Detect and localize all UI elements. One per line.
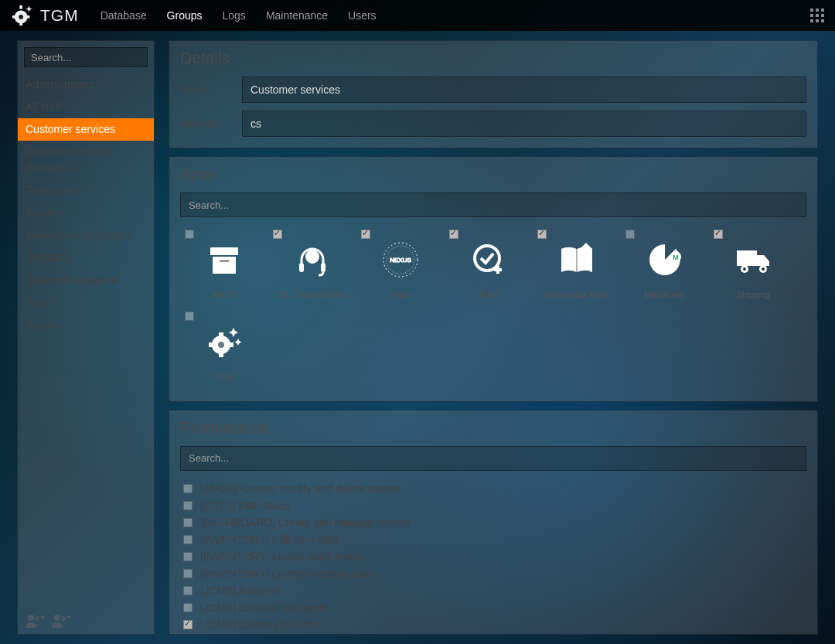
app-label: CS Troubleshooter	[277, 290, 348, 301]
permission-label: [INVENTORY] Query inventory data	[200, 567, 373, 580]
nav-groups[interactable]: Groups	[167, 9, 203, 22]
app-tile[interactable]: NEXUSNexus	[356, 227, 445, 308]
app-checkbox[interactable]	[185, 312, 194, 321]
details-panel: Details Name Identifier	[169, 40, 818, 148]
permission-checkbox[interactable]	[183, 484, 193, 493]
app-tile[interactable]: CS Troubleshooter	[268, 227, 356, 308]
app-tile[interactable]: TGM	[180, 308, 268, 390]
app-checkbox[interactable]	[537, 230, 547, 239]
svg-point-16	[28, 615, 34, 621]
permission-label: [JCMS] Channel managers	[200, 601, 330, 614]
app-tile[interactable]: Knowledge Base	[533, 227, 621, 308]
svg-rect-5	[12, 15, 16, 19]
name-input[interactable]	[242, 77, 806, 103]
apps-search-input[interactable]	[180, 193, 806, 217]
svg-point-39	[762, 267, 765, 271]
permissions-panel: Permissions [AMOS] Create, modify and de…	[169, 410, 818, 635]
group-item[interactable]: Channel managers	[18, 269, 154, 291]
permission-item: [JCMS] Create job cards	[180, 616, 806, 633]
svg-text:NEXUS: NEXUS	[390, 257, 411, 264]
permission-checkbox[interactable]	[183, 603, 193, 612]
permission-checkbox[interactable]	[183, 501, 193, 510]
permissions-heading: Permissions	[180, 418, 806, 437]
app-checkbox[interactable]	[273, 230, 282, 239]
permissions-list: [AMOS] Create, modify and delete assets[…	[180, 480, 806, 635]
group-item[interactable]: Pickers	[18, 202, 154, 224]
permission-label: [CSTS] Edit issues	[200, 499, 291, 512]
app-checkbox[interactable]	[714, 230, 723, 239]
svg-point-2	[19, 15, 23, 19]
app-label: Knowledge Base	[545, 290, 609, 301]
app-checkbox[interactable]	[361, 230, 370, 239]
permission-checkbox[interactable]	[183, 569, 193, 578]
app-checkbox[interactable]	[625, 230, 635, 239]
app-tile[interactable]: MManoEater	[621, 227, 709, 308]
svg-rect-13	[810, 19, 813, 22]
svg-rect-27	[321, 263, 325, 272]
svg-rect-14	[816, 19, 819, 22]
permission-item: [JCMS] Auctions	[180, 582, 806, 599]
svg-point-18	[54, 615, 60, 621]
svg-rect-22	[220, 260, 229, 262]
app-label: JCMS	[477, 290, 500, 301]
svg-rect-44	[209, 342, 213, 347]
groups-search-input[interactable]	[24, 47, 148, 67]
permissions-search-input[interactable]	[180, 446, 806, 471]
svg-point-17	[35, 616, 39, 621]
identifier-input[interactable]	[242, 111, 806, 137]
permission-item: [CSTS] Edit issues	[180, 497, 806, 514]
nav-users[interactable]: Users	[348, 9, 377, 22]
details-heading: Details	[180, 49, 806, 67]
permission-checkbox[interactable]	[183, 518, 193, 527]
svg-rect-26	[299, 263, 304, 272]
apps-grid-icon[interactable]	[810, 9, 824, 22]
app-label: TGM	[215, 372, 233, 383]
app-tile[interactable]: JCMS	[445, 227, 533, 308]
remove-group-icon[interactable]	[52, 614, 70, 628]
group-item[interactable]: Customer service managers	[18, 141, 154, 179]
permission-label: [AMOS] Create, modify and delete assets	[200, 482, 400, 495]
group-item[interactable]: All staff	[18, 96, 154, 118]
svg-rect-35	[737, 250, 757, 266]
permission-item: [INVENTORY] Modify stock levels	[180, 548, 806, 565]
nav-logs[interactable]: Logs	[223, 9, 246, 22]
permission-checkbox[interactable]	[183, 586, 193, 595]
svg-text:M: M	[673, 254, 679, 261]
group-item[interactable]: Warehouse managers	[18, 224, 154, 247]
app-tile[interactable]: AMOS	[180, 227, 268, 308]
group-item[interactable]: Parts	[18, 291, 154, 314]
svg-rect-43	[219, 353, 223, 357]
add-group-icon[interactable]	[26, 614, 44, 628]
permission-item: [AMOS] Create, modify and delete assets	[180, 480, 806, 497]
permission-item: [JCMS] Channel managers	[180, 599, 806, 616]
svg-rect-10	[810, 14, 813, 17]
group-item[interactable]: Dispatch	[18, 247, 154, 269]
svg-rect-3	[19, 5, 22, 9]
gear-sparkle-icon	[11, 4, 34, 27]
svg-point-31	[475, 246, 499, 271]
nav-maintenance[interactable]: Maintenance	[266, 9, 328, 22]
permission-checkbox[interactable]	[183, 552, 193, 561]
permission-label: [DASHBOARD] Create and manage notices	[200, 516, 411, 529]
group-item[interactable]: Assets	[18, 314, 154, 336]
svg-rect-42	[219, 332, 223, 337]
permission-label: [INVENTORY] Modify stock levels	[200, 550, 363, 563]
groups-sidebar: AdministratorsAll staffCustomer services…	[17, 40, 155, 635]
permission-checkbox[interactable]	[183, 620, 193, 629]
name-label: Name	[180, 83, 242, 96]
group-item[interactable]: Administrators	[18, 73, 154, 96]
permission-checkbox[interactable]	[183, 535, 193, 544]
app-checkbox[interactable]	[449, 230, 458, 239]
permission-label: [INVENTORY] Edit item data	[200, 533, 338, 546]
nav-database[interactable]: Database	[101, 9, 147, 22]
pacman-icon: M	[646, 240, 684, 279]
permission-item: [JCMS] Customer services	[180, 633, 806, 635]
group-item[interactable]: Customer services	[18, 118, 154, 141]
groups-list: AdministratorsAll staffCustomer services…	[18, 73, 154, 336]
apps-grid: AMOSCS TroubleshooterNEXUSNexusJCMSKnowl…	[180, 227, 806, 390]
permission-item: [INVENTORY] Edit item data	[180, 531, 806, 548]
app-checkbox[interactable]	[185, 230, 194, 239]
truck-icon	[734, 240, 772, 279]
app-tile[interactable]: Shipping	[709, 227, 797, 308]
group-item[interactable]: Technicians	[18, 179, 154, 202]
